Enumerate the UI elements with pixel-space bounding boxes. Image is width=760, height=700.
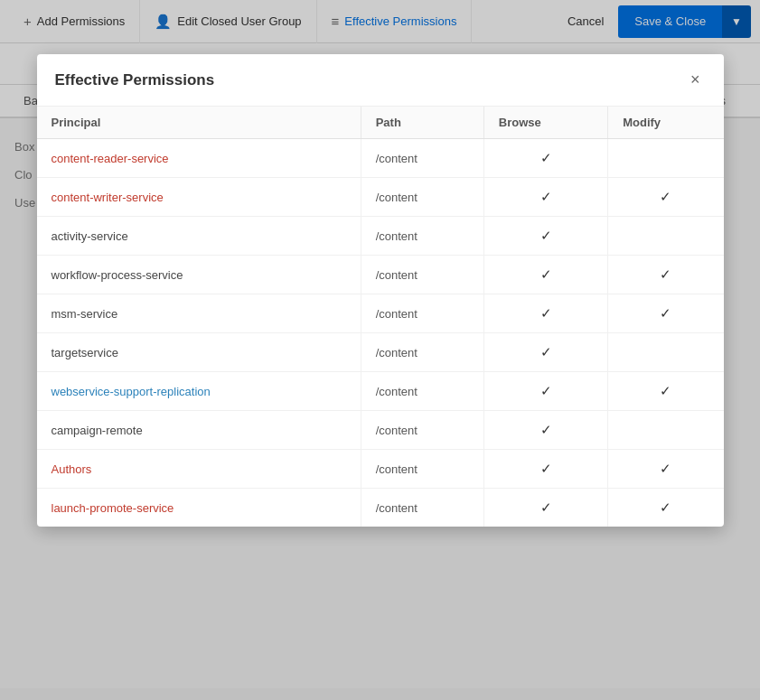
path-cell: /content bbox=[361, 411, 483, 450]
permissions-table: PrincipalPathBrowseModify content-reader… bbox=[37, 107, 724, 527]
modify-checkmark: ✓ bbox=[660, 305, 671, 321]
principal-cell: launch-promote-service bbox=[37, 489, 361, 527]
modify-cell: ✓ bbox=[608, 178, 724, 217]
browse-checkmark: ✓ bbox=[540, 228, 552, 243]
table-row: targetservice/content✓ bbox=[37, 333, 724, 372]
table-body: content-reader-service/content✓content-w… bbox=[37, 139, 724, 527]
browse-cell: ✓ bbox=[483, 450, 607, 489]
browse-checkmark: ✓ bbox=[540, 344, 552, 359]
principal-text: activity-service bbox=[52, 229, 128, 243]
table-header-row: PrincipalPathBrowseModify bbox=[37, 107, 724, 139]
modify-cell bbox=[608, 411, 724, 450]
modal-close-button[interactable]: × bbox=[685, 69, 706, 91]
table-row: content-reader-service/content✓ bbox=[37, 139, 724, 178]
modal-overlay: Effective Permissions × PrincipalPathBro… bbox=[0, 0, 760, 700]
path-cell: /content bbox=[361, 333, 483, 372]
path-cell: /content bbox=[361, 139, 483, 178]
path-cell: /content bbox=[361, 178, 483, 217]
principal-link[interactable]: webservice-support-replication bbox=[52, 385, 211, 398]
browse-checkmark: ✓ bbox=[540, 461, 552, 476]
col-header-path: Path bbox=[361, 107, 483, 139]
modify-cell bbox=[608, 139, 724, 178]
principal-cell: Authors bbox=[37, 450, 361, 489]
effective-permissions-modal: Effective Permissions × PrincipalPathBro… bbox=[37, 54, 724, 527]
principal-cell: campaign-remote bbox=[37, 411, 361, 450]
principal-text: targetservice bbox=[52, 346, 118, 359]
browse-checkmark: ✓ bbox=[540, 383, 552, 398]
table-row: launch-promote-service/content✓✓ bbox=[37, 489, 724, 527]
modify-cell: ✓ bbox=[608, 450, 724, 489]
browse-cell: ✓ bbox=[483, 294, 607, 333]
browse-checkmark: ✓ bbox=[540, 189, 552, 204]
modify-checkmark: ✓ bbox=[660, 266, 671, 282]
table-row: msm-service/content✓✓ bbox=[37, 294, 724, 333]
table-row: workflow-process-service/content✓✓ bbox=[37, 256, 724, 294]
modify-checkmark: ✓ bbox=[660, 189, 671, 204]
browse-checkmark: ✓ bbox=[540, 305, 552, 321]
browse-cell: ✓ bbox=[483, 217, 607, 256]
principal-link[interactable]: content-writer-service bbox=[52, 191, 164, 204]
browse-cell: ✓ bbox=[483, 411, 607, 450]
table-row: Authors/content✓✓ bbox=[37, 450, 724, 489]
principal-text: msm-service bbox=[52, 307, 118, 321]
path-cell: /content bbox=[361, 217, 483, 256]
modify-checkmark: ✓ bbox=[660, 383, 671, 398]
principal-link[interactable]: Authors bbox=[52, 462, 92, 476]
path-cell: /content bbox=[361, 450, 483, 489]
modal-header: Effective Permissions × bbox=[37, 54, 724, 107]
path-cell: /content bbox=[361, 294, 483, 333]
browse-cell: ✓ bbox=[483, 489, 607, 527]
modal-body[interactable]: PrincipalPathBrowseModify content-reader… bbox=[37, 107, 724, 527]
principal-cell: content-writer-service bbox=[37, 178, 361, 217]
table-row: content-writer-service/content✓✓ bbox=[37, 178, 724, 217]
modify-cell bbox=[608, 333, 724, 372]
principal-cell: content-reader-service bbox=[37, 139, 361, 178]
col-header-browse: Browse bbox=[483, 107, 607, 139]
modify-cell: ✓ bbox=[608, 256, 724, 294]
path-cell: /content bbox=[361, 256, 483, 294]
modify-cell: ✓ bbox=[608, 294, 724, 333]
path-cell: /content bbox=[361, 372, 483, 411]
modify-checkmark: ✓ bbox=[660, 461, 671, 476]
browse-checkmark: ✓ bbox=[540, 499, 552, 515]
path-cell: /content bbox=[361, 489, 483, 527]
principal-text: workflow-process-service bbox=[52, 268, 183, 282]
browse-checkmark: ✓ bbox=[540, 422, 552, 437]
principal-cell: targetservice bbox=[37, 333, 361, 372]
browse-cell: ✓ bbox=[483, 178, 607, 217]
modify-checkmark: ✓ bbox=[660, 499, 671, 515]
modify-cell bbox=[608, 217, 724, 256]
browse-checkmark: ✓ bbox=[540, 150, 552, 165]
modify-cell: ✓ bbox=[608, 489, 724, 527]
principal-text: campaign-remote bbox=[52, 424, 143, 437]
principal-cell: activity-service bbox=[37, 217, 361, 256]
principal-cell: msm-service bbox=[37, 294, 361, 333]
modify-cell: ✓ bbox=[608, 372, 724, 411]
principal-cell: workflow-process-service bbox=[37, 256, 361, 294]
browse-cell: ✓ bbox=[483, 139, 607, 178]
browse-cell: ✓ bbox=[483, 333, 607, 372]
principal-cell: webservice-support-replication bbox=[37, 372, 361, 411]
table-row: campaign-remote/content✓ bbox=[37, 411, 724, 450]
table-row: webservice-support-replication/content✓✓ bbox=[37, 372, 724, 411]
browse-checkmark: ✓ bbox=[540, 266, 552, 282]
principal-link[interactable]: launch-promote-service bbox=[52, 501, 174, 515]
browse-cell: ✓ bbox=[483, 256, 607, 294]
col-header-principal: Principal bbox=[37, 107, 361, 139]
modal-title: Effective Permissions bbox=[55, 71, 215, 89]
col-header-modify: Modify bbox=[608, 107, 724, 139]
principal-link[interactable]: content-reader-service bbox=[52, 152, 169, 165]
table-row: activity-service/content✓ bbox=[37, 217, 724, 256]
browse-cell: ✓ bbox=[483, 372, 607, 411]
